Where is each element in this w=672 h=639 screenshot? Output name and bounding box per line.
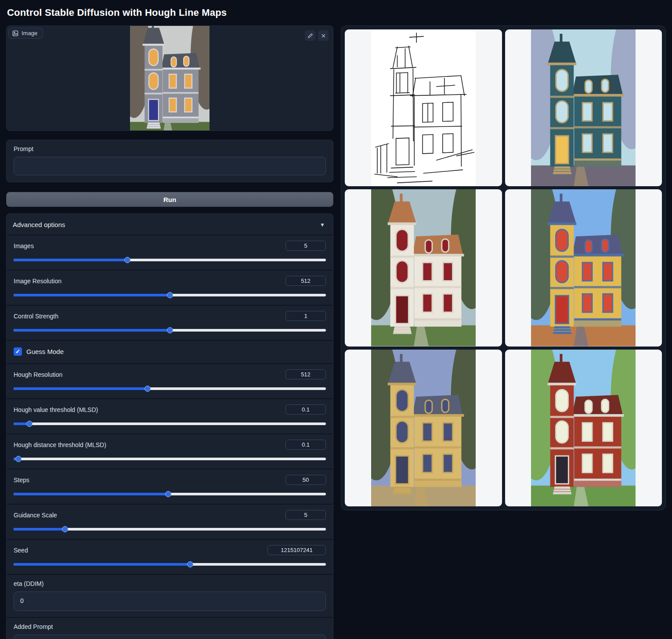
- steps-label: Steps: [14, 477, 29, 484]
- result-hough-line-map[interactable]: [345, 29, 502, 186]
- result-painting-white-house[interactable]: [345, 189, 502, 346]
- image-resolution-label: Image Resolution: [14, 278, 61, 285]
- image-resolution-value[interactable]: 512: [285, 276, 326, 286]
- hough-distance-threshold-row: Hough distance threshold (MLSD)0.1: [7, 433, 333, 469]
- seed-row: Seed1215107241: [7, 539, 333, 574]
- steps-slider[interactable]: [14, 491, 326, 498]
- page-title: Control Stable Diffusion with Hough Line…: [7, 7, 666, 18]
- result-painting-red-house[interactable]: [505, 350, 662, 506]
- guidance-scale-row: Guidance Scale5: [7, 504, 333, 539]
- image-input-label: Image: [8, 28, 43, 39]
- guidance-scale-value[interactable]: 5: [285, 510, 326, 520]
- image-input-label-text: Image: [22, 30, 37, 36]
- images-label: Images: [14, 242, 34, 249]
- eta-ddim-input[interactable]: 0: [14, 592, 326, 611]
- house-illustration: [531, 350, 636, 506]
- results-column: [341, 25, 666, 510]
- collapse-caret-icon: ▼: [320, 222, 325, 228]
- guidance-scale-slider[interactable]: [14, 526, 326, 533]
- hough-value-threshold-row: Hough value threshold (MLSD)0.1: [7, 398, 333, 433]
- hough-value-threshold-slider[interactable]: [14, 420, 326, 427]
- house-illustration: [531, 189, 636, 346]
- images-row: Images5: [7, 235, 333, 270]
- control-strength-slider[interactable]: [14, 327, 326, 334]
- hough-resolution-slider[interactable]: [14, 385, 326, 392]
- guess-mode-label: Guess Mode: [26, 348, 64, 355]
- steps-value[interactable]: 50: [285, 475, 326, 485]
- hough-value-threshold-value[interactable]: 0.1: [285, 404, 326, 415]
- result-painting-gold-house-image: [371, 350, 476, 506]
- hough-line-map-illustration: [371, 29, 476, 186]
- house-illustration: [531, 29, 636, 186]
- house-illustration: [371, 189, 476, 346]
- slider-handle[interactable]: [167, 292, 173, 298]
- app: Control Stable Diffusion with Hough Line…: [0, 0, 672, 639]
- image-resolution-row: Image Resolution512: [7, 270, 333, 305]
- result-painting-yellow-house[interactable]: [505, 189, 662, 346]
- slider-handle[interactable]: [26, 421, 33, 427]
- guidance-scale-label: Guidance Scale: [14, 512, 57, 519]
- image-icon: [12, 30, 18, 36]
- guess-mode-row: ✓Guess Mode: [7, 340, 333, 363]
- added-prompt-input[interactable]: [14, 635, 326, 639]
- guess-mode-checkbox[interactable]: ✓Guess Mode: [14, 346, 326, 357]
- house-illustration: [130, 26, 210, 130]
- result-gallery: [341, 25, 666, 510]
- image-actions: [305, 30, 329, 41]
- pencil-icon: [307, 33, 313, 39]
- hough-resolution-label: Hough Resolution: [14, 371, 62, 378]
- hough-distance-threshold-slider[interactable]: [14, 455, 326, 462]
- slider-handle[interactable]: [167, 327, 173, 333]
- result-painting-yellow-house-image: [531, 189, 636, 346]
- advanced-options-title: Advanced options: [13, 221, 65, 228]
- result-painting-white-house-image: [371, 189, 476, 346]
- result-painting-teal-house-image: [531, 29, 636, 186]
- input-image-preview[interactable]: [130, 26, 210, 130]
- eta-ddim-row: eta (DDIM)0: [7, 574, 333, 617]
- hough-resolution-value[interactable]: 512: [285, 369, 326, 379]
- image-input[interactable]: Image: [6, 25, 333, 131]
- control-strength-value[interactable]: 1: [285, 311, 326, 321]
- prompt-field: Prompt: [6, 140, 333, 182]
- prompt-input[interactable]: [14, 157, 326, 175]
- control-strength-label: Control Strength: [14, 313, 58, 320]
- run-button[interactable]: Run: [6, 192, 333, 207]
- seed-label: Seed: [14, 547, 28, 554]
- hough-value-threshold-label: Hough value threshold (MLSD): [14, 406, 98, 413]
- slider-handle[interactable]: [62, 526, 68, 532]
- image-resolution-slider[interactable]: [14, 292, 326, 299]
- slider-handle[interactable]: [187, 561, 193, 567]
- steps-row: Steps50: [7, 469, 333, 504]
- result-painting-red-house-image: [531, 350, 636, 506]
- edit-image-button[interactable]: [305, 30, 315, 41]
- images-value[interactable]: 5: [285, 241, 326, 251]
- slider-handle[interactable]: [145, 386, 151, 392]
- slider-handle[interactable]: [165, 491, 171, 497]
- hough-resolution-row: Hough Resolution512: [7, 363, 333, 398]
- result-hough-line-map-image: [371, 29, 476, 186]
- control-strength-row: Control Strength1: [7, 305, 333, 340]
- added-prompt-label: Added Prompt: [14, 623, 326, 630]
- seed-value[interactable]: 1215107241: [267, 545, 326, 555]
- controls-column: Image: [6, 25, 333, 639]
- clear-image-button[interactable]: [318, 30, 329, 41]
- result-painting-teal-house[interactable]: [505, 29, 662, 186]
- seed-slider[interactable]: [14, 561, 326, 568]
- slider-handle[interactable]: [124, 257, 130, 263]
- hough-distance-threshold-value[interactable]: 0.1: [285, 440, 326, 450]
- advanced-options-header[interactable]: Advanced options ▼: [7, 214, 333, 235]
- checkbox-checked-icon[interactable]: ✓: [14, 347, 22, 356]
- slider-handle[interactable]: [15, 456, 22, 462]
- added-prompt-row: Added Prompt: [7, 617, 333, 639]
- advanced-options-panel: Advanced options ▼ Images5Image Resoluti…: [6, 213, 333, 639]
- house-illustration: [371, 350, 476, 506]
- images-slider[interactable]: [14, 256, 326, 264]
- close-icon: [321, 33, 326, 39]
- hough-distance-threshold-label: Hough distance threshold (MLSD): [14, 441, 106, 448]
- result-painting-gold-house[interactable]: [345, 350, 502, 506]
- prompt-label: Prompt: [14, 145, 326, 152]
- main-layout: Image: [6, 25, 666, 639]
- advanced-options-form: Images5Image Resolution512Control Streng…: [7, 235, 333, 639]
- eta-ddim-label: eta (DDIM): [14, 580, 326, 587]
